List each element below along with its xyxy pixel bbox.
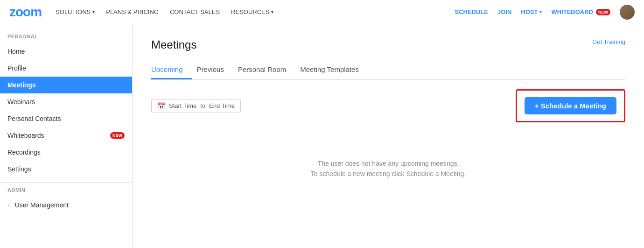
- top-nav: zoom SOLUTIONS ▾ PLANS & PRICING CONTACT…: [0, 0, 644, 24]
- sidebar-item-home[interactable]: Home: [0, 43, 132, 60]
- page-title: Meetings: [151, 38, 196, 51]
- nav-left-items: SOLUTIONS ▾ PLANS & PRICING CONTACT SALE…: [56, 8, 455, 15]
- chevron-down-icon: ▾: [539, 9, 542, 14]
- schedule-meeting-button[interactable]: + Schedule a Meeting: [525, 97, 616, 114]
- main-content: Meetings Get Training Upcoming Previous …: [133, 24, 644, 248]
- new-badge: NEW: [596, 9, 610, 15]
- sidebar-item-settings[interactable]: Settings: [0, 161, 132, 177]
- admin-section-label: ADMIN: [0, 187, 132, 197]
- sidebar-divider: [0, 182, 132, 183]
- nav-host[interactable]: HOST ▾: [521, 8, 542, 15]
- layout: PERSONAL Home Profile Meetings Webinars …: [0, 24, 644, 248]
- nav-schedule[interactable]: SCHEDULE: [455, 8, 488, 15]
- sidebar-item-personal-contacts[interactable]: Personal Contacts: [0, 110, 132, 127]
- empty-state: The user does not have any upcoming meet…: [151, 160, 625, 177]
- nav-plans-pricing[interactable]: PLANS & PRICING: [106, 8, 159, 15]
- nav-resources[interactable]: RESOURCES ▾: [231, 8, 273, 15]
- end-time-placeholder: End Time: [209, 102, 235, 109]
- nav-join[interactable]: JOIN: [497, 8, 511, 15]
- schedule-button-area: + Schedule a Meeting: [516, 89, 625, 122]
- sidebar-item-label: Webinars: [7, 98, 35, 106]
- nav-contact-sales[interactable]: CONTACT SALES: [170, 8, 220, 15]
- admin-section: ADMIN › User Management: [0, 187, 132, 213]
- date-filter[interactable]: 📅 Start Time to End Time: [151, 99, 241, 113]
- chevron-down-icon: ▾: [92, 9, 95, 14]
- whiteboards-new-badge: NEW: [110, 132, 125, 139]
- filter-row: 📅 Start Time to End Time + Schedule a Me…: [151, 89, 625, 122]
- empty-state-line1: The user does not have any upcoming meet…: [151, 160, 625, 167]
- avatar-image: [620, 5, 635, 20]
- tab-upcoming[interactable]: Upcoming: [151, 61, 192, 79]
- date-separator: to: [200, 102, 205, 109]
- sidebar-item-user-management[interactable]: › User Management: [0, 197, 132, 213]
- sidebar-item-label: Whiteboards: [7, 132, 44, 139]
- nav-right-items: SCHEDULE JOIN HOST ▾ WHITEBOARD NEW: [455, 5, 635, 20]
- sidebar-item-label: Recordings: [7, 149, 41, 156]
- sidebar-item-recordings[interactable]: Recordings: [0, 144, 132, 161]
- chevron-down-icon: ▾: [271, 9, 273, 14]
- logo[interactable]: zoom: [9, 5, 42, 20]
- logo-text: zoom: [9, 5, 42, 19]
- sidebar-item-label: Personal Contacts: [7, 115, 61, 122]
- nav-whiteboard[interactable]: WHITEBOARD NEW: [551, 8, 610, 15]
- sidebar-item-label: Meetings: [7, 81, 36, 89]
- tab-previous[interactable]: Previous: [197, 61, 233, 79]
- tab-meeting-templates[interactable]: Meeting Templates: [300, 61, 368, 79]
- sidebar-item-webinars[interactable]: Webinars: [0, 93, 132, 110]
- tabs: Upcoming Previous Personal Room Meeting …: [151, 61, 625, 80]
- sidebar: PERSONAL Home Profile Meetings Webinars …: [0, 24, 133, 248]
- get-training-link[interactable]: Get Training: [592, 38, 625, 45]
- sidebar-item-meetings[interactable]: Meetings: [0, 77, 132, 93]
- avatar[interactable]: [620, 5, 635, 20]
- nav-solutions[interactable]: SOLUTIONS ▾: [56, 8, 95, 15]
- page-header: Meetings Get Training: [151, 38, 625, 51]
- chevron-right-icon: ›: [7, 202, 9, 208]
- start-time-placeholder: Start Time: [169, 102, 196, 109]
- calendar-icon: 📅: [157, 102, 165, 110]
- sidebar-item-label: Home: [7, 48, 25, 55]
- sidebar-item-label: Profile: [7, 64, 26, 72]
- tab-personal-room[interactable]: Personal Room: [238, 61, 295, 79]
- sidebar-item-label: Settings: [7, 165, 31, 173]
- sidebar-item-label: User Management: [15, 201, 69, 209]
- sidebar-item-profile[interactable]: Profile: [0, 60, 132, 77]
- personal-section-label: PERSONAL: [0, 34, 132, 43]
- empty-state-line2: To schedule a new meeting click Schedule…: [151, 170, 625, 177]
- sidebar-item-whiteboards[interactable]: Whiteboards NEW: [0, 127, 132, 144]
